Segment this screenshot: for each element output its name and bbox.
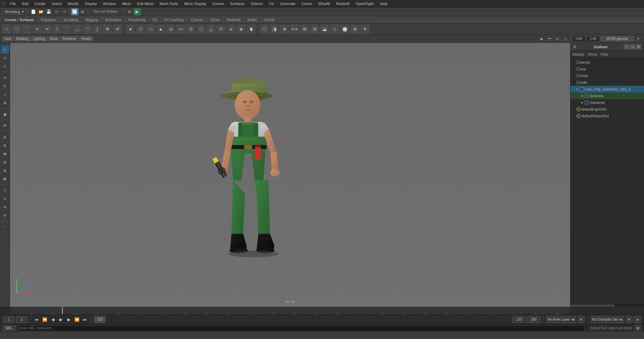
shelf-icon-cv-curve[interactable]: ⌒	[62, 24, 72, 34]
outliner-item-persp[interactable]: persp	[571, 59, 644, 66]
display-layer-btn4[interactable]: ▧	[1, 158, 9, 166]
char-set-select[interactable]: No Character Set	[590, 316, 624, 323]
outliner-item-front[interactable]: front	[571, 72, 644, 79]
panels-menu-btn[interactable]: Panels	[79, 36, 94, 41]
shelf-icon-3pt-arc[interactable]: ◡	[72, 24, 82, 34]
view-grid-btn[interactable]: ⊞	[554, 35, 561, 43]
undo-btn[interactable]: ↩	[53, 8, 60, 15]
menu-cache[interactable]: Cache	[299, 1, 315, 6]
shelf-icon-reduce[interactable]: ◇	[330, 24, 339, 34]
menu-help[interactable]: Help	[377, 1, 390, 6]
display-layer-btn2[interactable]: ▥	[1, 141, 9, 149]
shelf-icon-smooth[interactable]: ⬤	[340, 24, 350, 34]
shelf-icon-pipe[interactable]: ⊓	[216, 24, 226, 34]
snap-grid-btn[interactable]: ⊞	[79, 8, 86, 15]
shelf-icon-free-curve[interactable]: ∫	[93, 24, 102, 34]
view-select-btn[interactable]: ▣	[538, 35, 545, 43]
shelf-icon-torus[interactable]: ◎	[166, 24, 175, 34]
shelf-icon-offset[interactable]: ⟰	[103, 24, 112, 34]
frame-end-range-input[interactable]	[94, 316, 106, 323]
range-end-input[interactable]	[527, 316, 540, 323]
gamma-selector-btn[interactable]: sRGB gamma	[600, 36, 634, 41]
shelf-icon-2pt-arc[interactable]: ◠	[83, 24, 92, 34]
view-menu-btn[interactable]: View	[2, 36, 13, 41]
shelf-icon-arc[interactable]: ⌒	[22, 24, 32, 34]
menu-3dtall[interactable]: 3DtoAll	[316, 1, 333, 6]
shelf-icon-helix[interactable]: ⌀	[226, 24, 236, 34]
shelf-icon-bevel[interactable]: ◨	[270, 24, 279, 34]
shelf-icon-extrude-face[interactable]: ⬡	[260, 24, 269, 34]
scale-tool-btn[interactable]: ⤢	[1, 90, 9, 98]
view-hud-btn[interactable]: ◫	[562, 35, 569, 43]
menu-mesh-tools[interactable]: Mesh Tools	[157, 1, 181, 6]
outliner-item-gardener-child[interactable]: ▶ ⬡ Gardener	[571, 99, 644, 106]
shelf-tab-fx[interactable]: FX	[149, 17, 161, 22]
shelf-tab-rendering[interactable]: Rendering	[125, 17, 149, 22]
rotate-tool-btn[interactable]: ↻	[1, 82, 9, 90]
new-scene-btn[interactable]: 📄	[30, 8, 37, 15]
timeline-ruler[interactable]: 1501001502002503003504004505005506006507…	[10, 307, 570, 315]
menu-edit[interactable]: Edit	[19, 1, 31, 6]
menu-mesh-display[interactable]: Mesh Display	[181, 1, 209, 6]
outliner-show-menu[interactable]: Show	[588, 52, 597, 56]
shelf-tab-custom[interactable]: Custom	[187, 17, 207, 22]
outliner-minimize-btn[interactable]: ─	[624, 44, 629, 50]
frame-start-input[interactable]	[3, 316, 14, 323]
lasso-tool-btn[interactable]: ⊂	[1, 62, 9, 70]
char-set-settings-btn[interactable]: ⚙	[625, 316, 633, 323]
shelf-icon-pencil[interactable]: ✏	[42, 24, 52, 34]
paint-select-btn[interactable]: ⊙	[1, 54, 9, 62]
menu-select[interactable]: Select	[49, 1, 65, 6]
prev-frame-btn[interactable]: ◀	[49, 316, 56, 323]
prev-key-btn[interactable]: ⏪	[41, 316, 48, 323]
render-settings-btn[interactable]: ⚙	[126, 8, 133, 15]
shelf-icon-square[interactable]: □	[12, 24, 21, 34]
shelf-icon-mirror[interactable]: ⟺	[290, 24, 299, 34]
shelf-icon-retopo[interactable]: ⊛	[350, 24, 360, 34]
show-menu-btn[interactable]: Show	[47, 36, 60, 41]
shelf-icon-sphere[interactable]: ●	[126, 24, 135, 34]
menu-edit-mesh[interactable]: Edit Mesh	[135, 1, 156, 6]
menu-mesh[interactable]: Mesh	[119, 1, 134, 6]
shelf-icon-plane[interactable]: ▭	[176, 24, 185, 34]
shelf-icon-reverse[interactable]: ⇄	[113, 24, 122, 34]
menu-uv[interactable]: UV	[266, 1, 277, 6]
display-layer-btn5[interactable]: ▨	[1, 166, 9, 175]
playhead[interactable]	[62, 307, 63, 315]
renderer-menu-btn[interactable]: Renderer	[60, 36, 78, 41]
outliner-item-gardener-parent[interactable]: ▼ ⬡ Low_Poly_Gardener_nd1_1	[571, 86, 644, 92]
shelf-tab-rigging[interactable]: Rigging	[82, 17, 102, 22]
shelf-icon-cube[interactable]: ⬡	[136, 24, 145, 34]
shelf-icon-bezier[interactable]: ⌇	[52, 24, 62, 34]
redo-btn[interactable]: ↪	[61, 8, 68, 15]
viewport[interactable]: persp z y x	[10, 43, 570, 307]
shelf-icon-sculpt-tools[interactable]: ✦	[360, 24, 370, 34]
outliner-scrollbar[interactable]	[571, 304, 644, 307]
menu-file[interactable]: File	[7, 1, 19, 6]
shelf-icon-combine[interactable]: ⊞	[300, 24, 309, 34]
maya-muscle-btn[interactable]: ⊡	[1, 186, 9, 194]
outliner-item-objectset[interactable]: defaultObjectSet	[571, 113, 644, 119]
outliner-display-menu[interactable]: Display	[573, 52, 585, 56]
menu-window[interactable]: Window	[100, 1, 119, 6]
move-tool-btn[interactable]: ✛	[1, 74, 9, 82]
menu-curves[interactable]: Curves	[210, 1, 227, 6]
frame-current-input[interactable]	[16, 316, 28, 323]
range-max-input[interactable]	[512, 316, 526, 323]
gamma-value1-input[interactable]	[572, 36, 586, 42]
shelf-tab-sculpting[interactable]: Sculpting	[60, 17, 82, 22]
shelf-icon-ep-curve[interactable]: ∿	[32, 24, 42, 34]
snap-btn[interactable]: +	[1, 223, 9, 231]
select-mode-btn[interactable]: ⬜	[71, 8, 78, 15]
next-frame-btn[interactable]: ▶	[65, 316, 72, 323]
menu-redshift[interactable]: Redshift	[333, 1, 352, 6]
shelf-tab-animation[interactable]: Animation	[102, 17, 125, 22]
xray-btn[interactable]: ⊟	[1, 195, 9, 203]
shelf-tab-curves[interactable]: Curves / Surfaces	[1, 17, 38, 22]
outliner-help-menu[interactable]: Help	[601, 52, 608, 56]
universal-manip-btn[interactable]: ⊕	[1, 99, 9, 107]
mel-input[interactable]	[18, 325, 585, 331]
shelf-icon-super-ellipse[interactable]: ⬮	[247, 24, 256, 34]
next-key-btn[interactable]: ⏩	[73, 316, 80, 323]
shelf-icon-boolean[interactable]: ⊕	[280, 24, 289, 34]
